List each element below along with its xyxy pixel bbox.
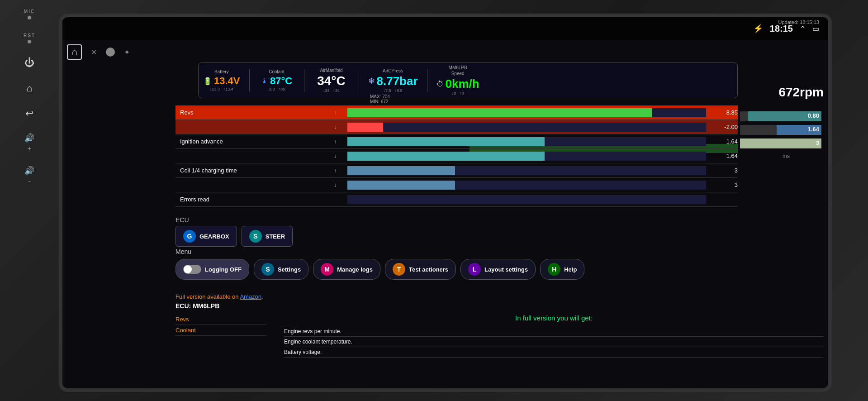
- air-cpress-sub: ↓7.5 ↑8.9: [384, 88, 403, 93]
- snowflake-icon: ❄: [368, 76, 375, 86]
- circle-nav-icon: [106, 48, 115, 57]
- divider-3: [359, 69, 359, 92]
- settings-nav-icon[interactable]: ✦: [124, 48, 130, 57]
- ignition-row-up: Ignition advance ↑ 1.64: [175, 134, 738, 149]
- steer-button[interactable]: S STEER: [242, 226, 293, 247]
- gearbox-button[interactable]: G GEARBOX: [175, 226, 237, 247]
- desc-battery: Battery voltage.: [284, 347, 824, 358]
- manage-logs-circle: M: [321, 263, 333, 276]
- ignition-bar-fill-2: [347, 152, 545, 161]
- air-manifold-metric: AirManifold 34°C ↓34 ↑34: [313, 68, 350, 93]
- max-label: MAX: 704: [370, 94, 390, 99]
- speedometer-icon: ⏱: [436, 80, 444, 88]
- home-button[interactable]: ⌂: [26, 82, 32, 94]
- data-table: Revs ↑ 8.85 ↓ -2.00 Ignition advance ↑: [175, 105, 738, 207]
- close-nav-icon[interactable]: ✕: [91, 48, 97, 57]
- coil-value-up: 3: [711, 167, 738, 174]
- top-nav: ⌂ ✕ ✦: [67, 44, 130, 60]
- errors-bar: [347, 195, 706, 204]
- layout-settings-circle: L: [468, 263, 481, 276]
- errors-label: Errors read: [175, 196, 334, 203]
- bar-val-1: 0.80: [808, 112, 819, 119]
- metrics-bar: Battery 🔋 13.4V ↓13.3 ↑13.4 Coolant 🌡 87…: [198, 62, 738, 98]
- logging-off-button[interactable]: Logging OFF: [175, 259, 249, 280]
- air-manifold-sub: ↓34 ↑34: [323, 88, 340, 93]
- bottom-left-labels: Revs Coolant: [175, 314, 266, 358]
- revs-row-2: ↓ -2.00: [175, 120, 738, 134]
- air-cpress-label: AirCPress: [383, 68, 403, 73]
- ignition-arrow-up: ↑: [334, 138, 343, 145]
- manage-logs-button[interactable]: M Manage logs: [313, 259, 380, 280]
- desc-revs: Engine revs per minute.: [284, 326, 824, 337]
- volume-down-button[interactable]: 🔊 -: [24, 166, 34, 185]
- ignition-label: Ignition advance: [175, 138, 334, 145]
- bar-bg-2: 1.64: [740, 125, 821, 135]
- bar-row-3: 3: [740, 137, 821, 150]
- revs-row: Revs ↑ 8.85: [175, 105, 738, 120]
- left-controls-panel: MIC RST ⏻ ⌂ ↩ 🔊 + 🔊 -: [0, 0, 59, 401]
- bar-row-1: 0.80: [740, 110, 821, 123]
- ignition-bar-2: [347, 152, 706, 161]
- coil-arrow-down: ↓: [334, 182, 343, 188]
- volume-up-plus: +: [28, 145, 31, 152]
- test-actioners-label: Test actioners: [409, 266, 448, 273]
- menu-section-label: Menu: [175, 248, 824, 255]
- layout-settings-button[interactable]: L Layout settings: [460, 259, 536, 280]
- coolant-metric: Coolant 🌡 87°C ↓83 ↑88: [259, 69, 295, 91]
- bottom-info-section: Full version available on Amazon. ECU: M…: [175, 293, 824, 358]
- right-bar-display: 0.80 1.64 3: [740, 110, 821, 151]
- bluetooth-icon: ⚡: [753, 24, 763, 33]
- max-min-display: MAX: 704 MIN: 672: [370, 94, 390, 104]
- revs-arrow-down: ↓: [334, 124, 343, 130]
- revs-bar-fill: [347, 108, 652, 117]
- ecu-section: ECU G GEARBOX S STEER: [175, 216, 824, 247]
- revs-arrow-up: ↑: [334, 110, 343, 116]
- coil-bar: [347, 166, 706, 175]
- ecu-name-display: MM6LPB: [449, 65, 467, 70]
- gearbox-circle: G: [183, 230, 196, 243]
- amazon-link[interactable]: Amazon: [240, 293, 261, 300]
- manage-logs-label: Manage logs: [337, 266, 373, 273]
- air-cpress-metric: AirCPress ❄ 8.77bar ↓7.5 ↑8.9: [368, 68, 418, 93]
- ignition-value-down: 1.64: [711, 153, 738, 159]
- battery-value: 13.4V: [214, 75, 240, 87]
- bar-row-2: 1.64: [740, 124, 821, 136]
- ecu-buttons-group: G GEARBOX S STEER: [175, 226, 824, 247]
- bar-val-3: 3: [816, 139, 819, 146]
- speed-value: 0km/h: [446, 77, 479, 91]
- gearbox-label: GEARBOX: [199, 233, 229, 240]
- revs-bottom-label: Revs: [175, 314, 266, 325]
- power-button[interactable]: ⏻: [24, 57, 34, 69]
- back-button[interactable]: ↩: [25, 108, 33, 119]
- revs-value-up: 8.85: [711, 109, 738, 116]
- coil-bar-fill: [347, 166, 455, 175]
- divider-2: [304, 69, 304, 92]
- speed-label: Speed: [451, 71, 465, 76]
- battery-icon: 🔋: [203, 77, 212, 86]
- desc-coolant: Engine coolant temperature.: [284, 337, 824, 347]
- home-nav-icon[interactable]: ⌂: [67, 44, 82, 60]
- help-label: Help: [564, 266, 577, 273]
- coil-arrow-up: ↑: [334, 167, 343, 174]
- coil-bar-2: [347, 181, 706, 190]
- errors-row: Errors read: [175, 192, 738, 207]
- test-actioners-button[interactable]: T Test actioners: [385, 259, 456, 280]
- status-bar: ⚡ 18:15 ⌃ ▭ Updated: 18:15:13: [62, 17, 828, 40]
- rpm-value: 672rpm: [778, 85, 824, 99]
- coil-value-down: 3: [711, 181, 738, 188]
- min-label: MIN: 672: [370, 99, 390, 104]
- logging-toggle: [183, 265, 201, 274]
- coolant-label: Coolant: [269, 69, 284, 74]
- mic-dot: [28, 16, 31, 19]
- revs-bar: [347, 108, 706, 117]
- air-cpress-value: 8.77bar: [377, 74, 418, 88]
- settings-button[interactable]: S Settings: [254, 259, 308, 280]
- volume-up-button[interactable]: 🔊 +: [24, 133, 34, 152]
- volume-down-minus: -: [28, 177, 31, 185]
- coolant-sub: ↓83 ↑88: [268, 87, 285, 91]
- rst-control: RST: [24, 33, 35, 43]
- ignition-value-up: 1.64: [711, 138, 738, 145]
- bar-bg-1: 0.80: [740, 111, 821, 121]
- revs-bar-2: [347, 123, 706, 132]
- help-button[interactable]: H Help: [540, 259, 584, 280]
